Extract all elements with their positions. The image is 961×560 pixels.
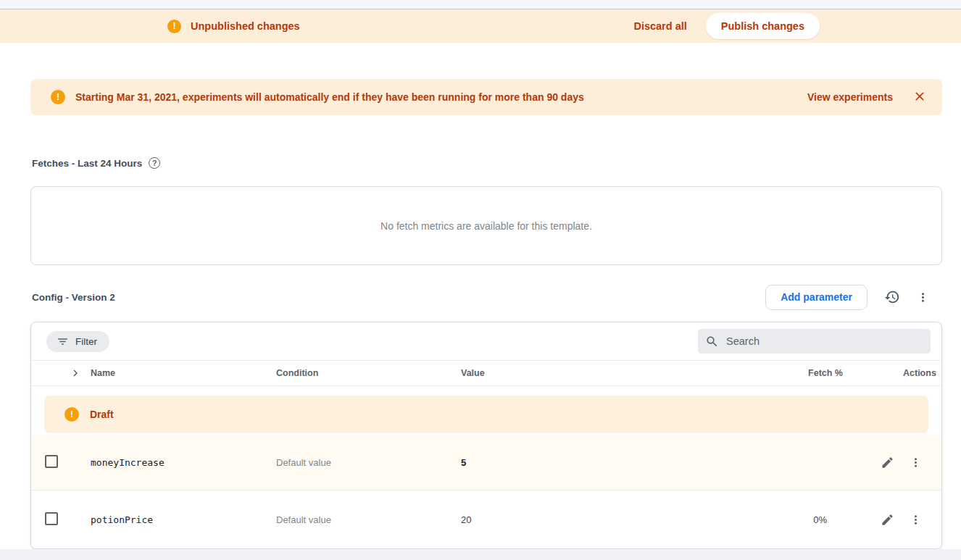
row-checkbox[interactable] bbox=[45, 455, 58, 468]
filter-button[interactable]: Filter bbox=[46, 331, 109, 352]
row-overflow-menu-button[interactable] bbox=[909, 456, 923, 469]
unpublished-changes-banner: ! Unpublished changes Discard all Publis… bbox=[0, 9, 961, 43]
parameters-table-card: Filter Name Condition Value Fetch % Acti… bbox=[30, 322, 942, 549]
table-header-row: Name Condition Value Fetch % Actions bbox=[31, 361, 941, 386]
parameter-condition: Default value bbox=[276, 514, 461, 525]
column-header-value: Value bbox=[461, 368, 767, 378]
draft-label: Draft bbox=[90, 409, 114, 420]
filter-icon bbox=[57, 335, 69, 348]
experiments-notice-banner: ! Starting Mar 31, 2021, experiments wil… bbox=[30, 79, 942, 115]
edit-parameter-button[interactable] bbox=[881, 513, 894, 527]
edit-icon bbox=[881, 513, 894, 527]
close-banner-button[interactable] bbox=[912, 89, 928, 105]
row-checkbox[interactable] bbox=[45, 512, 58, 525]
column-header-fetch: Fetch % bbox=[767, 368, 847, 378]
column-header-name: Name bbox=[91, 368, 276, 378]
draft-status-band: ! Draft bbox=[44, 396, 928, 433]
search-input[interactable] bbox=[726, 335, 923, 347]
config-title: Config - Version 2 bbox=[32, 290, 115, 304]
top-page-strip bbox=[0, 0, 961, 9]
bottom-page-strip bbox=[0, 549, 961, 560]
kebab-icon bbox=[916, 291, 930, 304]
discard-all-button[interactable]: Discard all bbox=[633, 20, 686, 32]
edit-parameter-button[interactable] bbox=[881, 456, 894, 469]
parameter-condition: Default value bbox=[276, 457, 461, 468]
experiments-notice-message: Starting Mar 31, 2021, experiments will … bbox=[75, 91, 584, 103]
parameter-value: 20 bbox=[461, 514, 767, 525]
column-header-actions: Actions bbox=[847, 368, 941, 378]
filter-label: Filter bbox=[75, 336, 97, 347]
close-icon bbox=[912, 89, 927, 104]
fetch-percent: 0% bbox=[767, 514, 847, 525]
alert-icon: ! bbox=[51, 90, 65, 104]
parameter-value: 5 bbox=[461, 457, 767, 468]
history-icon bbox=[884, 289, 900, 305]
fetch-metrics-card: No fetch metrics are available for this … bbox=[30, 186, 942, 265]
alert-icon: ! bbox=[65, 407, 79, 422]
kebab-icon bbox=[909, 513, 923, 527]
column-header-condition: Condition bbox=[276, 368, 461, 378]
fetches-title: Fetches - Last 24 Hours bbox=[32, 158, 142, 169]
parameter-name: potionPrice bbox=[91, 514, 276, 525]
kebab-icon bbox=[909, 456, 923, 469]
add-parameter-button[interactable]: Add parameter bbox=[765, 285, 868, 310]
table-row: moneyIncrease Default value 5 bbox=[31, 435, 941, 490]
row-overflow-menu-button[interactable] bbox=[909, 513, 923, 527]
search-box bbox=[698, 329, 931, 354]
table-toolbar: Filter bbox=[31, 322, 941, 361]
search-icon bbox=[705, 335, 719, 348]
unpublished-changes-label: Unpublished changes bbox=[191, 20, 300, 32]
expand-all-button[interactable] bbox=[69, 367, 82, 380]
no-fetch-metrics-message: No fetch metrics are available for this … bbox=[380, 220, 592, 232]
publish-changes-button[interactable]: Publish changes bbox=[706, 13, 820, 39]
config-overflow-menu-button[interactable] bbox=[915, 289, 931, 305]
help-icon[interactable]: ? bbox=[149, 157, 160, 169]
parameter-name: moneyIncrease bbox=[91, 457, 276, 468]
config-section-header: Config - Version 2 Add parameter bbox=[32, 284, 933, 310]
version-history-button[interactable] bbox=[883, 288, 901, 306]
table-row: potionPrice Default value 20 0% bbox=[31, 490, 941, 548]
view-experiments-button[interactable]: View experiments bbox=[807, 91, 893, 103]
fetches-section-header: Fetches - Last 24 Hours ? bbox=[32, 156, 961, 170]
alert-icon: ! bbox=[167, 20, 181, 33]
chevron-right-icon bbox=[69, 367, 82, 380]
edit-icon bbox=[881, 456, 894, 469]
